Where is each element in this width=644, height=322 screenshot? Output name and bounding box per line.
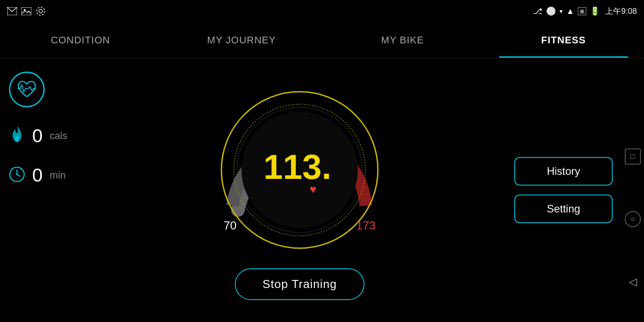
calories-unit: cals xyxy=(50,130,67,142)
svg-text:113.: 113. xyxy=(263,147,331,186)
history-button[interactable]: History xyxy=(514,157,613,186)
left-panel: 0 cals 0 min xyxy=(0,58,89,322)
settings-icon xyxy=(36,6,46,16)
wifi-icon: ▲ xyxy=(566,7,574,16)
time-unit: min xyxy=(50,169,65,181)
gauge-labels: 70 173 xyxy=(210,219,389,233)
back-button[interactable]: ◁ xyxy=(625,274,641,290)
battery-icon: 🔋 xyxy=(590,6,600,16)
status-bar: ⎇ ⚪ ▾ ▲ ▣ 🔋 上午9:08 xyxy=(0,0,644,22)
nav-tabs: CONDITION MY JOURNEY MY BIKE FITNESS xyxy=(0,22,644,58)
tab-fitness[interactable]: FITNESS xyxy=(483,22,644,58)
time-stat: 0 min xyxy=(9,165,66,186)
heart-monitor-icon xyxy=(9,72,45,107)
fire-icon xyxy=(9,125,25,147)
tab-my-bike[interactable]: MY BIKE xyxy=(322,22,483,58)
calories-stat: 0 cals xyxy=(9,125,67,147)
stop-training-button[interactable]: Stop Training xyxy=(235,268,364,300)
svg-point-8 xyxy=(16,174,18,175)
status-bar-left xyxy=(7,6,46,16)
circle-button[interactable]: ○ xyxy=(625,211,641,227)
calories-value: 0 xyxy=(32,125,42,147)
edge-buttons: □ ○ ◁ xyxy=(622,116,644,322)
status-time: 上午9:08 xyxy=(605,6,637,17)
square-button[interactable]: □ xyxy=(625,148,641,165)
status-bar-right: ⎇ ⚪ ▾ ▲ ▣ 🔋 上午9:08 xyxy=(533,6,637,17)
time-value: 0 xyxy=(32,165,42,186)
setting-button[interactable]: Setting xyxy=(514,195,613,223)
svg-rect-1 xyxy=(21,7,31,15)
tab-condition[interactable]: CONDITION xyxy=(0,22,161,58)
heart-rate-gauge: 113. ♥ 70 173 xyxy=(210,80,389,259)
svg-point-3 xyxy=(39,9,42,13)
clock-icon xyxy=(9,166,25,184)
screenshot-icon: ▣ xyxy=(578,7,586,15)
gmail-icon xyxy=(7,6,17,16)
gauge-min-label: 70 xyxy=(224,219,237,233)
center-panel: 113. ♥ 70 173 Stop Training xyxy=(89,58,510,322)
gauge-max-label: 173 xyxy=(356,219,376,233)
tab-my-journey[interactable]: MY JOURNEY xyxy=(161,22,322,58)
bluetooth-icon: ⎇ xyxy=(533,6,542,16)
svg-point-4 xyxy=(37,7,45,15)
image-icon xyxy=(21,6,31,16)
signal-down-icon: ▾ xyxy=(559,8,563,15)
main-content: 0 cals 0 min xyxy=(0,58,644,322)
minus-circle-icon: ⚪ xyxy=(546,6,556,16)
svg-text:♥: ♥ xyxy=(309,182,316,196)
